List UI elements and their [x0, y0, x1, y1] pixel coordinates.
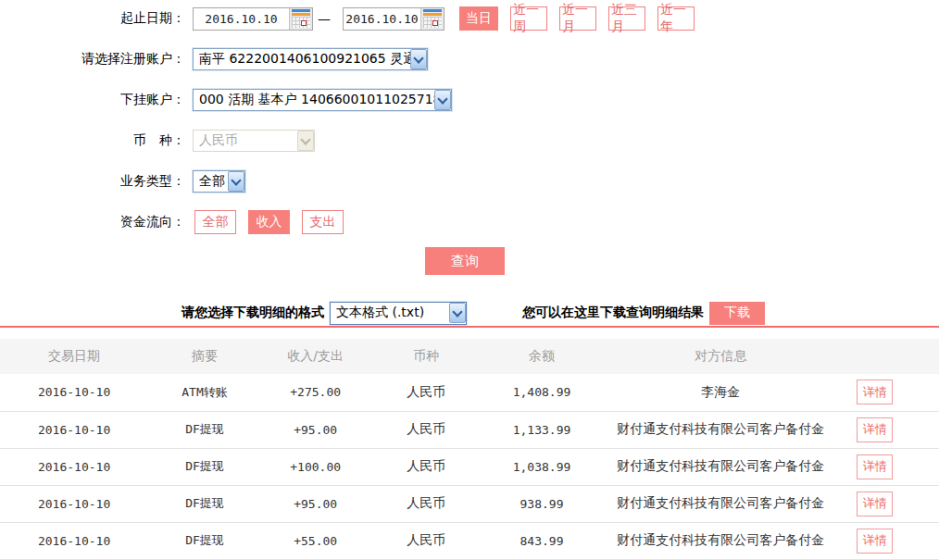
- quick-range-month-button[interactable]: 近一月: [559, 6, 596, 31]
- cell-actions: 详情: [840, 448, 939, 485]
- chevron-down-icon[interactable]: [410, 49, 427, 69]
- cell-counterparty: 财付通支付科技有限公司客户备付金: [601, 448, 841, 485]
- calendar-icon-day-marker: [301, 20, 307, 26]
- download-row: 请您选择下载明细的格式 文本格式 (.txt) 您可以在这里下载查询明细结果 下…: [182, 301, 939, 325]
- register-account-row: 请选择注册账户： 南平 6222001406100921065 灵通卡: [0, 47, 939, 71]
- red-divider: [0, 326, 939, 328]
- table-row: 2016-10-10 DF提现 +95.00 人民币 1,133.99 财付通支…: [0, 411, 939, 448]
- cell-summary: DF提现: [148, 448, 261, 485]
- cell-currency: 人民币: [369, 485, 482, 522]
- cell-date: 2016-10-10: [0, 374, 148, 411]
- chevron-down-icon[interactable]: [449, 303, 466, 323]
- cell-actions: 详情: [840, 522, 939, 559]
- currency-select: 人民币: [193, 130, 315, 152]
- cell-actions: 详情: [840, 374, 939, 411]
- query-row: 查询: [425, 247, 939, 275]
- detail-button[interactable]: 详情: [857, 380, 893, 404]
- detail-button[interactable]: 详情: [857, 417, 893, 442]
- cell-amount: +100.00: [261, 448, 370, 485]
- cell-summary: DF提现: [148, 522, 261, 559]
- business-type-select[interactable]: 全部: [193, 170, 245, 193]
- date-range-row: 起止日期： 2016.10.10 — 2016.10.10 当日 近一周 近一月…: [0, 6, 939, 31]
- currency-label: 币 种：: [0, 132, 185, 149]
- end-date-value: 2016.10.10: [344, 12, 420, 26]
- cell-actions: 详情: [840, 485, 939, 522]
- cell-counterparty: 财付通支付科技有限公司客户备付金: [601, 485, 841, 522]
- end-date-input[interactable]: 2016.10.10: [343, 7, 444, 31]
- business-type-label: 业务类型：: [0, 173, 185, 190]
- cell-counterparty: 财付通支付科技有限公司客户备付金: [601, 411, 841, 448]
- quick-range-quarter-button[interactable]: 近三月: [608, 6, 645, 31]
- calendar-icon-bar: [292, 13, 310, 16]
- download-format-label: 请您选择下载明细的格式: [182, 305, 324, 321]
- detail-button[interactable]: 详情: [857, 454, 893, 479]
- business-type-value: 全部: [199, 173, 225, 190]
- download-format-value: 文本格式 (.txt): [336, 305, 424, 321]
- fund-direction-label: 资金流向：: [0, 214, 185, 230]
- cell-amount: +95.00: [261, 411, 370, 448]
- cell-date: 2016-10-10: [0, 411, 148, 448]
- cell-currency: 人民币: [369, 522, 482, 559]
- table-row: 2016-10-10 DF提现 +100.00 人民币 1,038.99 财付通…: [0, 448, 939, 485]
- header-amount: 收入/支出: [261, 339, 370, 374]
- header-date: 交易日期: [0, 339, 148, 374]
- table-row: 2016-10-10 DF提现 +55.00 人民币 843.99 财付通支付科…: [0, 522, 939, 559]
- fund-direction-row: 资金流向： 全部 收入 支出: [0, 210, 939, 234]
- cell-balance: 1,133.99: [482, 411, 601, 448]
- cell-date: 2016-10-10: [0, 522, 148, 559]
- table-header-row: 交易日期 摘要 收入/支出 币种 余额 对方信息: [0, 339, 939, 374]
- register-account-select[interactable]: 南平 6222001406100921065 灵通卡: [193, 48, 428, 70]
- header-actions: [840, 339, 939, 374]
- quick-range-week-button[interactable]: 近一周: [510, 6, 547, 31]
- cell-currency: 人民币: [369, 374, 482, 411]
- cell-summary: DF提现: [148, 411, 261, 448]
- table-row: 2016-10-10 ATM转账 +275.00 人民币 1,408.99 李海…: [0, 374, 939, 411]
- cell-counterparty: 李海金: [601, 374, 841, 411]
- cell-currency: 人民币: [369, 411, 482, 448]
- chevron-down-icon[interactable]: [434, 90, 451, 110]
- calendar-icon-bar: [423, 9, 442, 12]
- table-row: 2016-10-10 DF提现 +95.00 人民币 938.99 财付通支付科…: [0, 485, 939, 522]
- detail-button[interactable]: 详情: [857, 492, 893, 516]
- cell-summary: ATM转账: [148, 374, 261, 411]
- date-range-separator: —: [318, 11, 331, 26]
- header-counterparty: 对方信息: [601, 339, 841, 374]
- download-button[interactable]: 下载: [709, 302, 765, 325]
- start-date-input[interactable]: 2016.10.10: [193, 7, 313, 31]
- calendar-icon-bar: [292, 9, 310, 12]
- cell-balance: 938.99: [482, 485, 601, 522]
- sub-account-value: 000 活期 基本户 1406600101102571848: [199, 92, 434, 108]
- date-range-label: 起止日期：: [0, 10, 185, 27]
- quick-range-year-button[interactable]: 近一年: [657, 6, 695, 31]
- cell-amount: +275.00: [261, 374, 370, 411]
- header-currency: 币种: [369, 339, 482, 374]
- cell-counterparty: 财付通支付科技有限公司客户备付金: [601, 522, 841, 559]
- cell-actions: 详情: [840, 411, 939, 448]
- fund-direction-income-button[interactable]: 收入: [248, 210, 290, 234]
- currency-row: 币 种： 人民币: [0, 129, 939, 153]
- cell-currency: 人民币: [369, 448, 482, 485]
- register-account-label: 请选择注册账户：: [0, 51, 185, 68]
- detail-button[interactable]: 详情: [857, 529, 893, 554]
- cell-date: 2016-10-10: [0, 448, 148, 485]
- fund-direction-all-button[interactable]: 全部: [194, 210, 236, 234]
- start-date-value: 2016.10.10: [194, 12, 289, 26]
- cell-summary: DF提现: [148, 485, 261, 522]
- fund-direction-expense-button[interactable]: 支出: [302, 210, 344, 234]
- calendar-icon[interactable]: [289, 8, 312, 30]
- download-format-select[interactable]: 文本格式 (.txt): [330, 302, 467, 325]
- cell-balance: 1,408.99: [482, 374, 601, 411]
- query-button[interactable]: 查询: [425, 247, 505, 275]
- sub-account-row: 下挂账户： 000 活期 基本户 1406600101102571848: [0, 88, 939, 112]
- download-hint: 您可以在这里下载查询明细结果: [522, 305, 704, 321]
- calendar-icon[interactable]: [420, 8, 444, 30]
- calendar-icon-day-marker: [432, 20, 438, 26]
- cell-amount: +95.00: [261, 485, 370, 522]
- header-balance: 余额: [482, 339, 601, 374]
- register-account-value: 南平 6222001406100921065 灵通卡: [199, 51, 410, 68]
- currency-value: 人民币: [199, 132, 238, 149]
- chevron-down-icon[interactable]: [228, 171, 244, 192]
- cell-date: 2016-10-10: [0, 485, 148, 522]
- quick-range-today-button[interactable]: 当日: [459, 6, 498, 31]
- sub-account-select[interactable]: 000 活期 基本户 1406600101102571848: [193, 89, 452, 111]
